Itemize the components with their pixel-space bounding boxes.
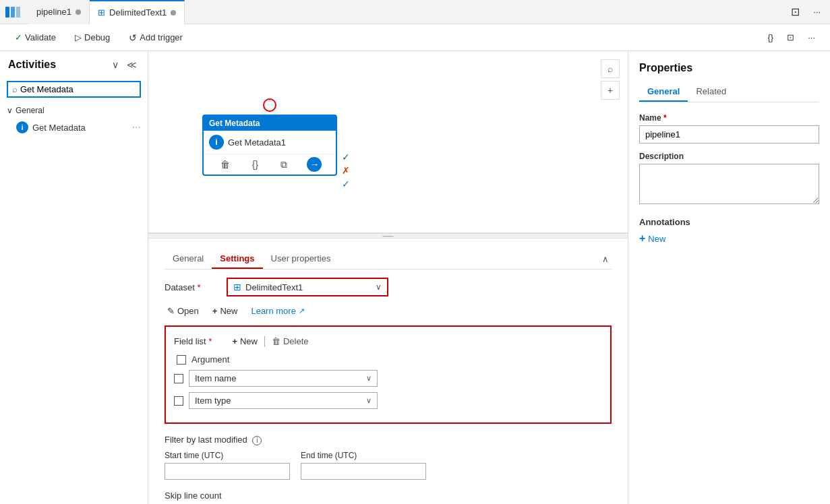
node-footer: 🗑 {} ⧉ → bbox=[204, 154, 336, 175]
tab-general-label: General bbox=[173, 253, 204, 263]
more-btn[interactable]: ··· bbox=[809, 4, 825, 20]
node-copy-btn[interactable]: ⧉ bbox=[278, 158, 290, 172]
fl-row2-chevron-icon: ∨ bbox=[366, 396, 372, 405]
props-annotations-label: Annotations bbox=[639, 217, 819, 227]
node-success-connector[interactable]: ✓ bbox=[340, 151, 352, 163]
canvas-search-btn[interactable]: ⌕ bbox=[601, 59, 620, 78]
field-list-delete-label: Delete bbox=[283, 336, 309, 346]
props-tab-general[interactable]: General bbox=[639, 82, 688, 102]
add-trigger-icon: ↺ bbox=[129, 32, 137, 43]
sidebar-header: Activities ∨ ≪ bbox=[0, 51, 148, 78]
tab-general[interactable]: General bbox=[165, 249, 212, 269]
sidebar-controls: ∨ ≪ bbox=[109, 58, 140, 71]
argument-header-checkbox[interactable] bbox=[177, 355, 186, 365]
tab-pipeline1-label: pipeline1 bbox=[36, 7, 71, 17]
search-box[interactable]: ⌕ bbox=[7, 81, 141, 98]
group-label: General bbox=[16, 106, 45, 115]
code-btn[interactable]: {} bbox=[763, 30, 777, 45]
skip-section: Skip line count bbox=[165, 491, 612, 505]
learn-more-label: Learn more bbox=[251, 306, 295, 316]
search-icon: ⌕ bbox=[12, 84, 18, 94]
toolbar: ✓ Validate ▷ Debug ↺ Add trigger {} ⊡ ··… bbox=[0, 24, 830, 51]
svg-rect-1 bbox=[11, 7, 15, 18]
fl-row2-checkbox[interactable] bbox=[174, 396, 183, 406]
monitor-btn[interactable]: ⊡ bbox=[783, 30, 798, 45]
node-fail-connector[interactable]: ✗ bbox=[340, 164, 352, 177]
new-label: New bbox=[220, 306, 237, 316]
start-time-input[interactable] bbox=[165, 463, 290, 480]
props-tab-related-label: Related bbox=[696, 86, 726, 96]
tab-pipeline1[interactable]: pipeline1 bbox=[28, 0, 90, 24]
end-time-col: End time (UTC) bbox=[301, 451, 426, 480]
sidebar-chevron-icon[interactable]: ∨ bbox=[109, 58, 121, 71]
props-name-label: Name * bbox=[639, 113, 819, 123]
fl-row1-checkbox[interactable] bbox=[174, 374, 183, 383]
end-time-input[interactable] bbox=[301, 463, 426, 480]
main-layout: Activities ∨ ≪ ⌕ ∨ General i Get Metadat… bbox=[0, 51, 830, 504]
filter-label: Filter by last modified i bbox=[165, 435, 612, 445]
tab-delimitedtext1-label: DelimitedText1 bbox=[109, 7, 167, 18]
validate-icon: ✓ bbox=[15, 32, 22, 42]
tab-user-properties[interactable]: User properties bbox=[263, 249, 339, 269]
add-trigger-btn[interactable]: ↺ Add trigger bbox=[125, 30, 187, 46]
tab-bar-actions: ⊡ ··· bbox=[787, 3, 825, 21]
panel-tabs: General Settings User properties ∧ bbox=[165, 249, 612, 270]
dataset-select[interactable]: ⊞ DelimitedText1 ∨ bbox=[227, 278, 388, 296]
props-name-input[interactable] bbox=[639, 125, 819, 144]
validate-label: Validate bbox=[25, 32, 56, 42]
filter-section: Filter by last modified i Start time (UT… bbox=[165, 435, 612, 480]
group-general[interactable]: ∨ General bbox=[0, 103, 148, 118]
fl-row2-dropdown[interactable]: Item type ∨ bbox=[189, 392, 378, 409]
node-complete-connector[interactable]: ✓ bbox=[340, 178, 352, 190]
properties-tabs: General Related bbox=[639, 82, 819, 102]
props-name-field: Name * bbox=[639, 113, 819, 144]
validate-btn[interactable]: ✓ Validate bbox=[11, 30, 60, 45]
argument-header: Argument bbox=[174, 354, 602, 365]
node-delete-btn[interactable]: 🗑 bbox=[218, 158, 233, 171]
node-connector-top bbox=[263, 98, 276, 112]
dataset-label: Dataset * bbox=[165, 282, 218, 292]
node-box[interactable]: Get Metadata i Get Metadata1 ✓ ✗ ✓ bbox=[202, 115, 337, 176]
debug-label: Debug bbox=[84, 32, 110, 42]
app-logo bbox=[5, 7, 20, 18]
fl-separator bbox=[264, 336, 265, 347]
sidebar: Activities ∨ ≪ ⌕ ∨ General i Get Metadat… bbox=[0, 51, 148, 504]
panel-collapse-btn[interactable]: ∧ bbox=[599, 251, 612, 267]
skip-label: Skip line count bbox=[165, 491, 612, 501]
field-list-row-1: Item name ∨ bbox=[174, 370, 602, 387]
node-next-btn[interactable]: → bbox=[307, 157, 322, 172]
fl-row1-dropdown[interactable]: Item name ∨ bbox=[189, 370, 378, 387]
sidebar-item-get-metadata[interactable]: i Get Metadata ··· bbox=[0, 118, 148, 137]
canvas-zoom-in-btn[interactable]: + bbox=[601, 81, 620, 100]
canvas-top: Get Metadata i Get Metadata1 ✓ ✗ ✓ bbox=[148, 51, 628, 233]
tab-delimitedtext1[interactable]: ⊞ DelimitedText1 bbox=[90, 0, 185, 24]
field-list-new-btn[interactable]: + New bbox=[228, 335, 262, 348]
tab-pipeline1-dot bbox=[76, 9, 81, 15]
tab-settings[interactable]: Settings bbox=[212, 249, 262, 269]
filter-info-icon[interactable]: i bbox=[252, 436, 262, 445]
learn-more-btn[interactable]: Learn more ↗ bbox=[248, 305, 307, 317]
sidebar-collapse-icon[interactable]: ≪ bbox=[124, 58, 140, 71]
debug-btn[interactable]: ▷ Debug bbox=[71, 30, 114, 45]
external-link-icon: ↗ bbox=[299, 307, 305, 315]
field-list-label: Field list * bbox=[174, 336, 212, 346]
canvas-area: Get Metadata i Get Metadata1 ✓ ✗ ✓ bbox=[148, 51, 628, 504]
props-new-annotation-btn[interactable]: + New bbox=[639, 232, 665, 245]
dataset-chevron-icon: ∨ bbox=[376, 282, 382, 292]
props-tab-related[interactable]: Related bbox=[688, 82, 734, 102]
search-input[interactable] bbox=[20, 84, 136, 94]
props-description-textarea[interactable] bbox=[639, 164, 819, 204]
tab-settings-label: Settings bbox=[220, 253, 254, 263]
new-dataset-btn[interactable]: + New bbox=[210, 305, 241, 317]
more-toolbar-btn[interactable]: ··· bbox=[804, 30, 819, 45]
field-list-header: Field list * + New 🗑 Delete bbox=[174, 335, 602, 348]
minimize-btn[interactable]: ⊡ bbox=[787, 3, 804, 21]
node-code-btn[interactable]: {} bbox=[249, 158, 261, 171]
end-time-label: End time (UTC) bbox=[301, 451, 426, 460]
open-btn[interactable]: ✎ Open bbox=[165, 305, 202, 317]
field-list-delete-btn[interactable]: 🗑 Delete bbox=[268, 335, 313, 348]
field-list-plus-icon: + bbox=[232, 336, 237, 346]
canvas-divider[interactable]: — bbox=[148, 233, 628, 239]
canvas-bottom: General Settings User properties ∧ Datas… bbox=[148, 239, 628, 504]
item-more-icon[interactable]: ··· bbox=[132, 121, 141, 133]
